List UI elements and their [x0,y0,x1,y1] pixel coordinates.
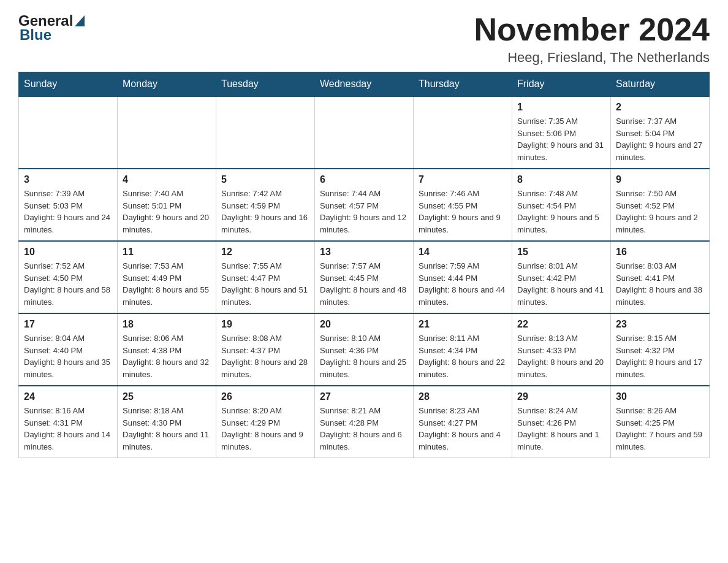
table-row: 6Sunrise: 7:44 AM Sunset: 4:57 PM Daylig… [315,169,414,241]
day-info: Sunrise: 8:23 AM Sunset: 4:27 PM Dayligh… [419,405,507,453]
day-info: Sunrise: 8:11 AM Sunset: 4:34 PM Dayligh… [419,332,507,380]
table-row: 7Sunrise: 7:46 AM Sunset: 4:55 PM Daylig… [414,169,512,241]
day-number: 8 [517,174,605,185]
table-row: 22Sunrise: 8:13 AM Sunset: 4:33 PM Dayli… [512,313,611,386]
day-number: 17 [24,319,112,330]
col-monday: Monday [118,72,216,97]
table-row: 20Sunrise: 8:10 AM Sunset: 4:36 PM Dayli… [315,313,414,386]
table-row [19,96,118,169]
day-number: 9 [616,174,704,185]
day-info: Sunrise: 8:15 AM Sunset: 4:32 PM Dayligh… [616,332,704,380]
day-number: 27 [320,391,408,402]
calendar-header-row: Sunday Monday Tuesday Wednesday Thursday… [19,72,710,97]
day-number: 2 [616,102,704,113]
day-info: Sunrise: 7:53 AM Sunset: 4:49 PM Dayligh… [123,260,211,308]
day-info: Sunrise: 7:50 AM Sunset: 4:52 PM Dayligh… [616,188,704,236]
day-info: Sunrise: 8:04 AM Sunset: 4:40 PM Dayligh… [24,332,112,380]
col-thursday: Thursday [414,72,512,97]
day-number: 4 [123,174,211,185]
col-saturday: Saturday [611,72,710,97]
day-info: Sunrise: 7:44 AM Sunset: 4:57 PM Dayligh… [320,188,408,236]
day-number: 18 [123,319,211,330]
day-number: 26 [221,391,309,402]
day-info: Sunrise: 7:59 AM Sunset: 4:44 PM Dayligh… [419,260,507,308]
logo-arrow-icon [75,15,85,26]
table-row: 23Sunrise: 8:15 AM Sunset: 4:32 PM Dayli… [611,313,710,386]
day-number: 20 [320,319,408,330]
calendar-week-row: 17Sunrise: 8:04 AM Sunset: 4:40 PM Dayli… [19,313,710,386]
calendar-table: Sunday Monday Tuesday Wednesday Thursday… [18,72,710,458]
calendar-week-row: 1Sunrise: 7:35 AM Sunset: 5:06 PM Daylig… [19,96,710,169]
day-info: Sunrise: 8:20 AM Sunset: 4:29 PM Dayligh… [221,405,309,453]
table-row: 18Sunrise: 8:06 AM Sunset: 4:38 PM Dayli… [118,313,216,386]
col-tuesday: Tuesday [216,72,315,97]
day-number: 22 [517,319,605,330]
table-row: 24Sunrise: 8:16 AM Sunset: 4:31 PM Dayli… [19,386,118,458]
day-info: Sunrise: 8:08 AM Sunset: 4:37 PM Dayligh… [221,332,309,380]
day-number: 10 [24,247,112,258]
table-row: 17Sunrise: 8:04 AM Sunset: 4:40 PM Dayli… [19,313,118,386]
day-number: 25 [123,391,211,402]
table-row: 27Sunrise: 8:21 AM Sunset: 4:28 PM Dayli… [315,386,414,458]
day-number: 24 [24,391,112,402]
day-number: 21 [419,319,507,330]
day-number: 28 [419,391,507,402]
location-subtitle: Heeg, Friesland, The Netherlands [474,50,710,66]
day-number: 6 [320,174,408,185]
day-number: 3 [24,174,112,185]
day-info: Sunrise: 8:26 AM Sunset: 4:25 PM Dayligh… [616,405,704,453]
table-row: 29Sunrise: 8:24 AM Sunset: 4:26 PM Dayli… [512,386,611,458]
day-info: Sunrise: 8:16 AM Sunset: 4:31 PM Dayligh… [24,405,112,453]
day-info: Sunrise: 8:10 AM Sunset: 4:36 PM Dayligh… [320,332,408,380]
table-row: 2Sunrise: 7:37 AM Sunset: 5:04 PM Daylig… [611,96,710,169]
table-row: 25Sunrise: 8:18 AM Sunset: 4:30 PM Dayli… [118,386,216,458]
table-row: 30Sunrise: 8:26 AM Sunset: 4:25 PM Dayli… [611,386,710,458]
day-info: Sunrise: 7:46 AM Sunset: 4:55 PM Dayligh… [419,188,507,236]
table-row: 13Sunrise: 7:57 AM Sunset: 4:45 PM Dayli… [315,241,414,313]
table-row: 8Sunrise: 7:48 AM Sunset: 4:54 PM Daylig… [512,169,611,241]
day-info: Sunrise: 8:21 AM Sunset: 4:28 PM Dayligh… [320,405,408,453]
table-row: 10Sunrise: 7:52 AM Sunset: 4:50 PM Dayli… [19,241,118,313]
col-friday: Friday [512,72,611,97]
day-number: 7 [419,174,507,185]
logo-blue: Blue [20,26,85,44]
day-info: Sunrise: 8:06 AM Sunset: 4:38 PM Dayligh… [123,332,211,380]
table-row [118,96,216,169]
table-row: 28Sunrise: 8:23 AM Sunset: 4:27 PM Dayli… [414,386,512,458]
table-row: 16Sunrise: 8:03 AM Sunset: 4:41 PM Dayli… [611,241,710,313]
table-row: 15Sunrise: 8:01 AM Sunset: 4:42 PM Dayli… [512,241,611,313]
day-info: Sunrise: 8:13 AM Sunset: 4:33 PM Dayligh… [517,332,605,380]
calendar-week-row: 10Sunrise: 7:52 AM Sunset: 4:50 PM Dayli… [19,241,710,313]
logo: General Blue [18,12,85,44]
table-row [315,96,414,169]
table-row: 26Sunrise: 8:20 AM Sunset: 4:29 PM Dayli… [216,386,315,458]
day-info: Sunrise: 7:52 AM Sunset: 4:50 PM Dayligh… [24,260,112,308]
table-row: 4Sunrise: 7:40 AM Sunset: 5:01 PM Daylig… [118,169,216,241]
day-info: Sunrise: 7:42 AM Sunset: 4:59 PM Dayligh… [221,188,309,236]
day-number: 15 [517,247,605,258]
day-info: Sunrise: 7:40 AM Sunset: 5:01 PM Dayligh… [123,188,211,236]
table-row: 14Sunrise: 7:59 AM Sunset: 4:44 PM Dayli… [414,241,512,313]
day-number: 30 [616,391,704,402]
day-info: Sunrise: 7:57 AM Sunset: 4:45 PM Dayligh… [320,260,408,308]
page-header: General Blue November 2024 Heeg, Friesla… [18,12,710,66]
day-info: Sunrise: 8:24 AM Sunset: 4:26 PM Dayligh… [517,405,605,453]
table-row: 3Sunrise: 7:39 AM Sunset: 5:03 PM Daylig… [19,169,118,241]
day-info: Sunrise: 7:48 AM Sunset: 4:54 PM Dayligh… [517,188,605,236]
day-number: 5 [221,174,309,185]
day-info: Sunrise: 7:37 AM Sunset: 5:04 PM Dayligh… [616,115,704,163]
day-info: Sunrise: 8:01 AM Sunset: 4:42 PM Dayligh… [517,260,605,308]
table-row: 21Sunrise: 8:11 AM Sunset: 4:34 PM Dayli… [414,313,512,386]
day-number: 14 [419,247,507,258]
day-info: Sunrise: 7:35 AM Sunset: 5:06 PM Dayligh… [517,115,605,163]
table-row: 12Sunrise: 7:55 AM Sunset: 4:47 PM Dayli… [216,241,315,313]
day-number: 11 [123,247,211,258]
day-info: Sunrise: 8:18 AM Sunset: 4:30 PM Dayligh… [123,405,211,453]
table-row: 19Sunrise: 8:08 AM Sunset: 4:37 PM Dayli… [216,313,315,386]
col-sunday: Sunday [19,72,118,97]
table-row: 5Sunrise: 7:42 AM Sunset: 4:59 PM Daylig… [216,169,315,241]
table-row [216,96,315,169]
table-row [414,96,512,169]
table-row: 9Sunrise: 7:50 AM Sunset: 4:52 PM Daylig… [611,169,710,241]
day-number: 19 [221,319,309,330]
